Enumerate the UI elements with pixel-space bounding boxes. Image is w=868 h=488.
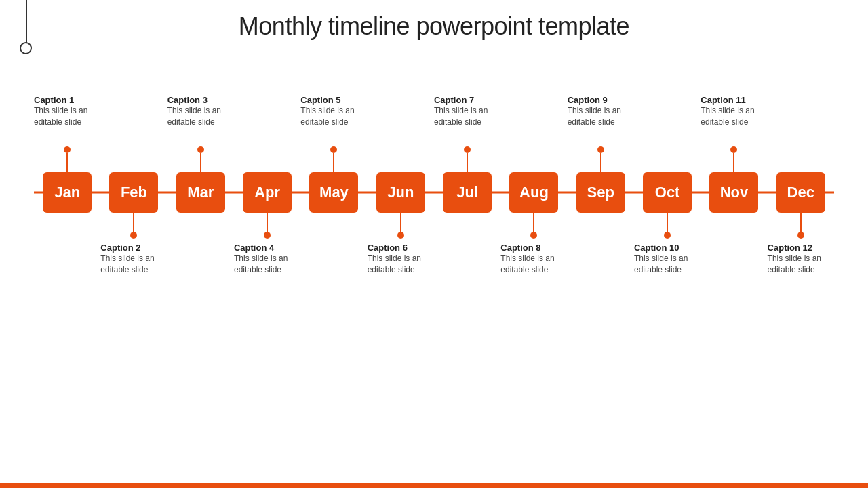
connector-dot bbox=[130, 232, 137, 239]
caption-below-apr: Caption 4This slide is an editable slide bbox=[234, 243, 300, 290]
connector-line bbox=[200, 153, 201, 172]
month-box-aug: Aug bbox=[509, 172, 558, 213]
month-box-jan: Jan bbox=[43, 172, 92, 213]
caption-title: Caption 10 bbox=[634, 243, 679, 253]
caption-title: Caption 3 bbox=[167, 95, 208, 105]
connector-dot bbox=[530, 232, 537, 239]
month-wrapper-nov: Caption 11This slide is an editable slid… bbox=[701, 95, 767, 290]
connector-line bbox=[133, 213, 134, 232]
caption-body: This slide is an editable slide bbox=[768, 253, 834, 276]
above-connector bbox=[597, 146, 604, 172]
caption-title: Caption 9 bbox=[568, 95, 608, 105]
caption-above-sep: Caption 9This slide is an editable slide bbox=[568, 95, 634, 142]
caption-above-mar: Caption 3This slide is an editable slide bbox=[167, 95, 234, 142]
caption-body: This slide is an editable slide bbox=[701, 105, 767, 128]
caption-body: This slide is an editable slide bbox=[100, 253, 167, 276]
below-connector bbox=[264, 213, 271, 239]
caption-title: Caption 7 bbox=[434, 95, 474, 105]
connector-line bbox=[800, 213, 802, 232]
below-connector bbox=[530, 213, 537, 239]
month-wrapper-jun: JunCaption 6This slide is an editable sl… bbox=[368, 95, 434, 290]
below-connector bbox=[130, 213, 137, 239]
month-box-mar: Mar bbox=[176, 172, 225, 213]
caption-above-jul: Caption 7This slide is an editable slide bbox=[434, 95, 500, 142]
caption-body: This slide is an editable slide bbox=[568, 105, 634, 128]
caption-body: This slide is an editable slide bbox=[368, 253, 434, 276]
above-connector bbox=[330, 146, 337, 172]
caption-title: Caption 12 bbox=[768, 243, 812, 253]
caption-title: Caption 5 bbox=[300, 95, 340, 105]
connector-line bbox=[66, 153, 68, 172]
month-box-jun: Jun bbox=[376, 172, 425, 213]
month-box-dec: Dec bbox=[776, 172, 825, 213]
connector-line bbox=[600, 153, 601, 172]
connector-dot bbox=[264, 232, 271, 239]
below-connector bbox=[797, 213, 804, 239]
month-wrapper-dec: DecCaption 12This slide is an editable s… bbox=[768, 95, 834, 290]
below-connector bbox=[664, 213, 671, 239]
above-connector bbox=[64, 146, 71, 172]
month-wrapper-oct: OctCaption 10This slide is an editable s… bbox=[634, 95, 701, 290]
connector-line bbox=[333, 153, 334, 172]
connector-dot bbox=[464, 146, 471, 153]
connector-dot bbox=[64, 146, 71, 153]
caption-body: This slide is an editable slide bbox=[167, 105, 234, 128]
connector-line bbox=[400, 213, 401, 232]
month-wrapper-jul: Caption 7This slide is an editable slide… bbox=[434, 95, 500, 290]
caption-body: This slide is an editable slide bbox=[300, 105, 367, 128]
connector-dot bbox=[730, 146, 737, 153]
caption-above-nov: Caption 11This slide is an editable slid… bbox=[701, 95, 767, 142]
connector-dot bbox=[664, 232, 671, 239]
connector-dot bbox=[597, 146, 604, 153]
below-connector bbox=[397, 213, 404, 239]
caption-body: This slide is an editable slide bbox=[434, 105, 500, 128]
connector-line bbox=[467, 153, 468, 172]
month-wrapper-aug: AugCaption 8This slide is an editable sl… bbox=[500, 95, 567, 290]
caption-body: This slide is an editable slide bbox=[500, 253, 567, 276]
connector-dot bbox=[397, 232, 404, 239]
caption-above-jan: Caption 1This slide is an editable slide bbox=[34, 95, 100, 142]
timeline-container: Caption 1This slide is an editable slide… bbox=[34, 95, 834, 290]
month-box-jul: Jul bbox=[443, 172, 492, 213]
caption-body: This slide is an editable slide bbox=[634, 253, 701, 276]
above-connector bbox=[197, 146, 204, 172]
month-box-sep: Sep bbox=[576, 172, 625, 213]
month-box-apr: Apr bbox=[243, 172, 292, 213]
month-wrapper-sep: Caption 9This slide is an editable slide… bbox=[568, 95, 634, 290]
caption-below-aug: Caption 8This slide is an editable slide bbox=[500, 243, 567, 290]
caption-title: Caption 2 bbox=[100, 243, 140, 253]
connector-line bbox=[733, 153, 734, 172]
caption-above-may: Caption 5This slide is an editable slide bbox=[300, 95, 367, 142]
month-wrapper-feb: FebCaption 2This slide is an editable sl… bbox=[100, 95, 167, 290]
caption-below-feb: Caption 2This slide is an editable slide bbox=[100, 243, 167, 290]
caption-below-oct: Caption 10This slide is an editable slid… bbox=[634, 243, 701, 290]
connector-dot bbox=[797, 232, 804, 239]
caption-below-jun: Caption 6This slide is an editable slide bbox=[368, 243, 434, 290]
month-wrapper-may: Caption 5This slide is an editable slide… bbox=[300, 95, 367, 290]
caption-body: This slide is an editable slide bbox=[34, 105, 100, 128]
caption-below-dec: Caption 12This slide is an editable slid… bbox=[768, 243, 834, 290]
caption-body: This slide is an editable slide bbox=[234, 253, 300, 276]
month-box-feb: Feb bbox=[109, 172, 158, 213]
above-connector bbox=[464, 146, 471, 172]
month-wrapper-mar: Caption 3This slide is an editable slide… bbox=[167, 95, 234, 290]
caption-title: Caption 11 bbox=[701, 95, 745, 105]
caption-title: Caption 4 bbox=[234, 243, 274, 253]
connector-dot bbox=[197, 146, 204, 153]
connector-line bbox=[667, 213, 668, 232]
connector-line bbox=[533, 213, 534, 232]
caption-title: Caption 1 bbox=[34, 95, 74, 105]
month-box-may: May bbox=[309, 172, 358, 213]
caption-title: Caption 8 bbox=[500, 243, 540, 253]
decorative-circle bbox=[20, 42, 32, 54]
bottom-accent-bar bbox=[0, 483, 868, 488]
month-wrapper-jan: Caption 1This slide is an editable slide… bbox=[34, 95, 100, 290]
connector-dot bbox=[330, 146, 337, 153]
month-box-nov: Nov bbox=[709, 172, 758, 213]
above-connector bbox=[730, 146, 737, 172]
caption-title: Caption 6 bbox=[368, 243, 408, 253]
month-box-oct: Oct bbox=[643, 172, 692, 213]
month-wrapper-apr: AprCaption 4This slide is an editable sl… bbox=[234, 95, 300, 290]
connector-line bbox=[267, 213, 268, 232]
page-title: Monthly timeline powerpoint template bbox=[0, 12, 868, 41]
